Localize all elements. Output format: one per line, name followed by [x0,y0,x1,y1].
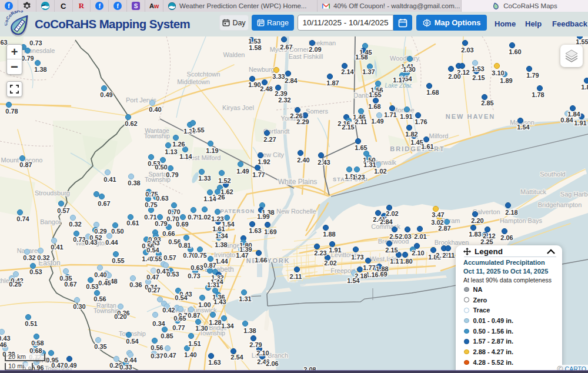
svg-text:1.17: 1.17 [393,76,405,84]
svg-text:1.13: 1.13 [165,148,177,155]
svg-text:3.33: 3.33 [272,73,285,80]
svg-text:0.55: 0.55 [149,255,162,262]
svg-text:1.49: 1.49 [371,118,383,125]
svg-text:Bridgehampton: Bridgehampton [538,201,582,208]
svg-text:1.83: 1.83 [469,231,481,238]
svg-text:0.63: 0.63 [191,264,203,271]
svg-text:2.10: 2.10 [412,249,424,257]
svg-text:1.31: 1.31 [239,295,251,302]
svg-text:0.74: 0.74 [16,215,29,222]
svg-text:0.73: 0.73 [73,236,85,243]
svg-text:1.71: 1.71 [384,111,396,118]
svg-text:1.34: 1.34 [215,232,228,239]
svg-text:1.63: 1.63 [208,359,220,366]
svg-text:1.55: 1.55 [192,126,204,134]
svg-text:2.06: 2.06 [266,360,278,367]
svg-text:1.49: 1.49 [236,168,249,175]
svg-text:1.44: 1.44 [215,258,228,265]
svg-text:East Fishkill: East Fishkill [289,53,323,60]
svg-text:2.85: 2.85 [481,99,493,106]
svg-text:1.76: 1.76 [415,118,427,125]
svg-text:2.00: 2.00 [448,73,460,80]
svg-text:Township: Township [144,132,170,139]
svg-text:1.80: 1.80 [400,258,412,265]
svg-text:0.79: 0.79 [166,171,178,178]
svg-text:NEW YORK: NEW YORK [246,257,290,264]
svg-text:2.15: 2.15 [472,74,485,81]
svg-text:0.67: 0.67 [98,200,110,207]
svg-text:0.41: 0.41 [51,244,63,251]
svg-text:0.66: 0.66 [162,230,175,237]
svg-text:1.65: 1.65 [355,144,367,151]
svg-text:2.25: 2.25 [480,238,493,245]
svg-text:2.79: 2.79 [249,341,262,348]
svg-text:1.02: 1.02 [374,168,386,175]
svg-text:1.58: 1.58 [355,54,368,61]
svg-text:1.31: 1.31 [207,281,219,288]
svg-text:Stroudsburg: Stroudsburg [35,189,70,197]
svg-text:1.38: 1.38 [34,66,46,73]
svg-text:Township: Township [119,330,146,337]
svg-text:Sag Harbor: Sag Harbor [560,191,588,198]
svg-text:Middletown: Middletown [177,78,210,85]
svg-text:0.34: 0.34 [152,320,165,327]
svg-text:Somers: Somers [306,108,328,115]
svg-text:2.20: 2.20 [471,217,483,224]
svg-text:1.88: 1.88 [323,231,335,238]
svg-text:0.38: 0.38 [128,179,140,186]
svg-text:3.10: 3.10 [492,69,504,76]
svg-text:0.84: 0.84 [560,116,573,124]
svg-text:Mattituck: Mattituck [520,188,547,195]
svg-text:0.27: 0.27 [148,287,160,294]
svg-text:0.25: 0.25 [9,281,21,288]
svg-text:0.36: 0.36 [129,281,142,288]
svg-text:1.16: 1.16 [366,271,378,278]
svg-text:2.03: 2.03 [399,233,411,240]
svg-text:0.45: 0.45 [98,279,111,287]
svg-text:0.40: 0.40 [149,106,161,113]
svg-text:2.40: 2.40 [297,156,309,164]
svg-text:0.56: 0.56 [93,295,106,302]
svg-text:1.30: 1.30 [403,66,415,73]
svg-text:1.23: 1.23 [352,174,365,181]
svg-text:0.87: 0.87 [19,161,32,168]
svg-text:Milford: Milford [429,132,448,139]
svg-text:1.52: 1.52 [218,177,230,184]
svg-text:0.75: 0.75 [145,201,157,208]
svg-text:3.47: 3.47 [432,211,444,218]
svg-text:1.14: 1.14 [179,153,192,160]
svg-text:1.73: 1.73 [351,254,363,261]
svg-text:1.53: 1.53 [472,65,484,72]
svg-text:2.87: 2.87 [438,225,450,232]
svg-text:1.61: 1.61 [212,225,225,232]
svg-text:0.49: 0.49 [64,362,76,369]
svg-text:1.79: 1.79 [526,72,539,79]
svg-text:0.85: 0.85 [161,332,173,339]
svg-text:0.35: 0.35 [94,343,106,350]
svg-text:1.82: 1.82 [405,131,417,138]
svg-text:BRIDGEPORT: BRIDGEPORT [390,145,445,152]
svg-text:0.32: 0.32 [23,254,35,261]
svg-text:0.58: 0.58 [31,339,44,347]
svg-text:1.89: 1.89 [500,77,512,84]
svg-text:White Plains: White Plains [278,178,318,186]
svg-text:1.58: 1.58 [249,44,261,51]
svg-text:0.57: 0.57 [163,254,176,261]
svg-text:1.87: 1.87 [326,79,339,86]
svg-text:0.54: 0.54 [175,294,188,301]
svg-text:1.55: 1.55 [369,91,381,98]
svg-text:NEW HAVEN: NEW HAVEN [446,113,495,120]
svg-text:0.50: 0.50 [155,164,167,171]
svg-text:2.14: 2.14 [341,68,354,75]
svg-text:1.00: 1.00 [198,301,211,308]
svg-text:1.54: 1.54 [347,277,360,284]
svg-text:0.69: 0.69 [176,221,188,228]
svg-text:1.61: 1.61 [421,143,433,150]
svg-text:0.49: 0.49 [100,91,112,98]
svg-text:1.38: 1.38 [243,327,256,334]
svg-text:0.37: 0.37 [151,352,163,359]
svg-text:1.69: 1.69 [264,228,276,235]
svg-text:2.54: 2.54 [230,354,243,361]
svg-text:0.57: 0.57 [57,207,69,214]
svg-text:0.20: 0.20 [114,313,126,320]
